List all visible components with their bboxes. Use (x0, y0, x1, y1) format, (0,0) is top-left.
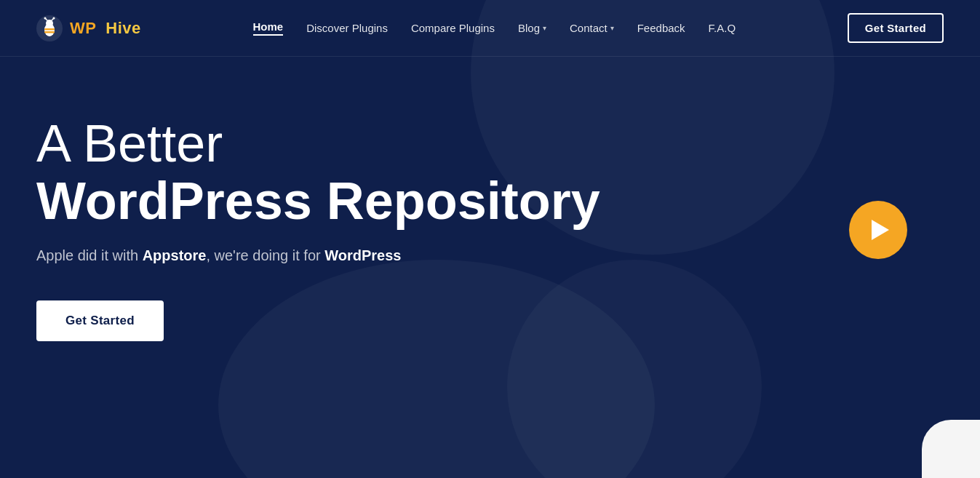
nav-feedback[interactable]: Feedback (637, 22, 685, 34)
nav-home[interactable]: Home (253, 20, 284, 36)
svg-rect-3 (44, 31, 55, 33)
nav-compare-plugins[interactable]: Compare Plugins (411, 22, 495, 34)
logo-wp-text: WP (70, 19, 96, 37)
nav-blog[interactable]: Blog ▾ (518, 22, 546, 34)
nav-discover-plugins[interactable]: Discover Plugins (306, 22, 388, 34)
logo[interactable]: WP Hive (36, 15, 141, 41)
main-nav: Home Discover Plugins Compare Plugins Bl… (253, 20, 736, 36)
hero-subtitle: Apple did it with Appstore, we're doing … (36, 247, 618, 264)
nav-blog-label: Blog (518, 22, 540, 34)
hero-section: A Better WordPress Repository Apple did … (0, 57, 655, 341)
logo-hive-text: Hive (105, 19, 140, 37)
hero-get-started-button[interactable]: Get Started (36, 300, 164, 341)
header-get-started-button[interactable]: Get Started (848, 13, 944, 43)
blog-chevron-icon: ▾ (543, 24, 546, 32)
play-video-button[interactable] (849, 201, 907, 259)
svg-rect-2 (44, 28, 55, 31)
nav-contact[interactable]: Contact ▾ (570, 22, 614, 34)
contact-chevron-icon: ▾ (610, 24, 614, 32)
hero-subtitle-prefix: Apple did it with (36, 247, 143, 263)
play-icon (872, 220, 889, 240)
hero-title-line1: A Better (36, 114, 223, 172)
svg-point-8 (53, 17, 55, 19)
hero-title-line2: WordPress Repository (36, 172, 618, 230)
svg-point-6 (44, 17, 47, 19)
hero-title: A Better WordPress Repository (36, 115, 618, 230)
nav-faq[interactable]: F.A.Q (709, 22, 736, 34)
hero-subtitle-middle: , we're doing it for (206, 247, 324, 263)
hero-subtitle-wordpress: WordPress (324, 247, 401, 263)
site-header: WP Hive Home Discover Plugins Compare Pl… (0, 0, 980, 57)
hero-subtitle-appstore: Appstore (143, 247, 207, 263)
nav-contact-label: Contact (570, 22, 607, 34)
